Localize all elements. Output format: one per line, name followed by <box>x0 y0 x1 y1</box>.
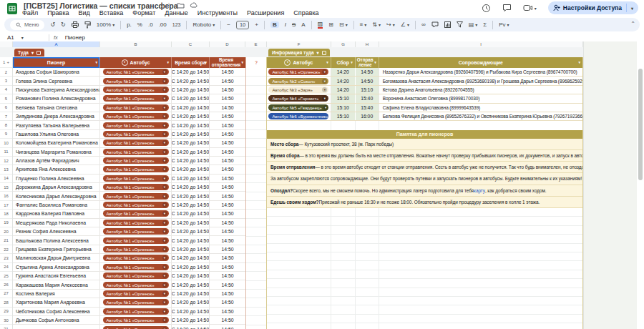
chip-caret-icon[interactable]: ▾ <box>162 167 167 172</box>
bus-cell[interactable]: Автобус №1 «Орленок»▾ <box>100 94 172 102</box>
depart-time-cell[interactable]: 14:50 <box>210 272 245 280</box>
row-number[interactable]: 17 <box>0 201 12 210</box>
gather-time-cell[interactable]: С 14:20 до 14:50 <box>172 308 210 315</box>
bus-dropdown-chip[interactable]: Автобус №1 «Орленок»▾ <box>103 175 169 182</box>
pioneer-name-cell[interactable]: Башлыкова Полина Алексеевна <box>13 236 100 244</box>
bus-dropdown-chip[interactable]: Автобус №1 «Орленок»▾ <box>268 69 328 75</box>
bus-cell[interactable]: Автобус №1 «Орленок»▾ <box>100 112 172 120</box>
bus-cell[interactable]: Автобус №1 «Орленок»▾ <box>100 130 172 138</box>
row-number[interactable]: 9 <box>0 130 12 139</box>
depart-time-cell[interactable]: 14:50 <box>210 157 245 164</box>
depart-time-cell[interactable]: 14:50 <box>210 183 245 191</box>
depart-time-cell[interactable]: 14:50 <box>210 94 245 102</box>
extensions-button[interactable]: Pv▾ <box>499 21 509 28</box>
chip-caret-icon[interactable]: ▾ <box>162 69 167 74</box>
column-header-B[interactable]: B <box>100 41 172 47</box>
bus-cell[interactable]: Автобус №1 «Орленок»▾ <box>100 77 172 84</box>
menu-item[interactable]: Вставка <box>99 9 123 16</box>
bus-cell[interactable]: Автобус №1 «Орленок»▾ <box>100 254 172 262</box>
row-number[interactable]: 22 <box>0 245 12 254</box>
bus-cell[interactable]: Автобус №1 «Орленок»▾ <box>100 86 172 94</box>
depart-time-cell[interactable]: 14:50 <box>210 236 245 244</box>
chip-caret-icon[interactable]: ▾ <box>162 247 167 252</box>
pioneer-name-cell[interactable]: Малиновская Дарья Дмитриевна <box>13 254 100 262</box>
gather-time-cell[interactable]: С 14:20 до 14:50 <box>172 68 210 76</box>
bus-dropdown-chip[interactable]: Автобус №1 «Орленок»▾ <box>103 210 169 217</box>
bus-dropdown-chip[interactable]: Автобус №1 «Орленок»▾ <box>103 255 169 261</box>
merge-cells-button[interactable]: ⊟▾ <box>339 21 348 28</box>
chip-caret-icon[interactable]: ▾ <box>162 185 167 190</box>
bus-cell[interactable]: Автобус №1 «Орленок»▾ <box>100 290 172 298</box>
bus-dropdown-chip[interactable]: Автобус №1 «Орленок»▾ <box>103 317 169 323</box>
pioneer-name-cell[interactable]: Резник София Алексеевна <box>13 227 100 235</box>
table-copy-icon[interactable] <box>322 51 326 55</box>
gather-time-cell[interactable]: С 14:20 до 14:50 <box>172 236 210 244</box>
bus-dropdown-chip[interactable]: Автобус №1 «Орленок»▾ <box>103 272 169 279</box>
chip-caret-icon[interactable]: ▾ <box>322 87 327 92</box>
chip-caret-icon[interactable]: ▾ <box>162 291 167 296</box>
depart-time-cell[interactable]: 14:50 <box>210 112 245 120</box>
gather-time-cell[interactable]: С 14:20 до 14:50 <box>172 290 210 298</box>
chip-caret-icon[interactable]: ▾ <box>162 300 167 305</box>
gather-time-cell[interactable]: С 14:20 до 14:50 <box>172 245 210 253</box>
bus-dropdown-chip[interactable]: Автобус №1 «Орленок»▾ <box>103 104 169 111</box>
gather-time-cell[interactable]: С 14:20 до 14:50 <box>172 165 210 173</box>
text-rotate-button[interactable]: ∠▾ <box>401 21 409 28</box>
bus-dropdown-chip[interactable]: Автобус №1 «Орленок»▾ <box>103 299 169 305</box>
row-number[interactable]: 8 <box>0 121 12 129</box>
gather-time-cell[interactable]: С 14:20 до 14:50 <box>172 263 210 271</box>
gather-time-cell[interactable]: С 14:20 до 14:50 <box>172 227 210 235</box>
depart-time-cell[interactable]: 14:50 <box>210 280 245 288</box>
pioneer-name-cell[interactable]: Дьячкова Софья Антоновна <box>13 316 100 324</box>
row-number[interactable]: 25 <box>0 272 12 280</box>
header-pioneer[interactable]: Пионер▾ <box>13 57 100 68</box>
pioneer-name-cell[interactable]: Мещерякова Рада Николаевна <box>13 219 100 227</box>
row-number[interactable]: 5 <box>0 94 12 103</box>
pioneer-name-cell[interactable]: Разгуляева Татьяна Валерьевна <box>13 121 100 129</box>
gather-time-cell[interactable]: С 14:20 до 14:50 <box>172 94 210 102</box>
strikethrough-button[interactable]: S <box>292 21 296 28</box>
gather-time-cell[interactable]: С 14:20 до 14:50 <box>172 139 210 147</box>
menu-item[interactable]: Инструменты <box>197 9 238 16</box>
functions-button[interactable]: Σ <box>483 21 487 28</box>
gather-time-cell[interactable]: С 14:20 до 14:50 <box>172 112 210 120</box>
font-select[interactable]: Roboto▾ <box>192 21 215 28</box>
chip-caret-icon[interactable]: ▾ <box>162 255 167 260</box>
bus-cell[interactable]: Автобус №1 «Орленок»▾ <box>100 183 172 191</box>
depart-time-cell[interactable]: 14:50 <box>210 254 245 262</box>
depart-time-cell[interactable]: 14:50 <box>210 139 245 147</box>
gather-time-cell[interactable]: С 14:20 до 14:50 <box>172 157 210 164</box>
chip-caret-icon[interactable]: ▾ <box>322 69 327 74</box>
bus-dropdown-chip[interactable]: Автобус №1 «Орленок»▾ <box>103 87 169 93</box>
chip-caret-icon[interactable]: ▾ <box>162 194 167 199</box>
bus-dropdown-chip[interactable]: Автобус №1 «Орленок»▾ <box>103 149 169 155</box>
gather-time-cell[interactable]: С 14:20 до 14:50 <box>172 280 210 288</box>
header-depart-time[interactable]: Время отправления▾ <box>210 57 245 68</box>
bus-dropdown-chip[interactable]: Автобус №1 «Орленок»▾ <box>103 95 169 102</box>
bus-cell[interactable]: Автобус №1 «Орленок»▾ <box>100 157 172 164</box>
chip-caret-icon[interactable]: ▾ <box>162 211 167 216</box>
table-chip-tuda[interactable]: Туда ▾ <box>14 49 44 57</box>
decrease-decimals-button[interactable]: .0 <box>148 21 153 28</box>
depart-cell[interactable]: 15:10 <box>356 86 379 94</box>
escorts-cell[interactable]: Сафина Елена Владиславовна (89999643539) <box>379 104 582 112</box>
bus-cell[interactable]: Автобус №1 «Орленок»▾ <box>100 219 172 227</box>
gather-time-cell[interactable]: С 14:20 до 14:50 <box>172 77 210 84</box>
bus-dropdown-chip[interactable]: Автобус №1 «Орленок»▾ <box>103 237 169 244</box>
header-info-gather[interactable]: Сбор▾ <box>331 57 356 68</box>
column-header-I[interactable]: I <box>379 41 583 47</box>
chip-caret-icon[interactable]: ▾ <box>162 309 167 314</box>
menu-item[interactable]: Формат <box>132 9 155 16</box>
gather-time-cell[interactable]: С 14:20 до 14:50 <box>172 104 210 112</box>
gather-time-cell[interactable]: С 14:20 до 14:50 <box>172 86 210 94</box>
bus-cell[interactable]: Автобус №1 «Орленок»▾ <box>100 280 172 288</box>
bus-cell[interactable]: Автобус №1 «Орленок»▾ <box>100 139 172 147</box>
bus-dropdown-chip[interactable]: Автобус №1 «Орленок»▾ <box>103 193 169 200</box>
row-number[interactable]: 14 <box>0 175 12 183</box>
chip-caret-icon[interactable]: ▾ <box>162 229 167 234</box>
column-header-A[interactable]: A <box>13 41 100 47</box>
escorts-cell[interactable]: Воронина Анастасия Олеговна (89998170030… <box>379 94 582 102</box>
version-history-icon[interactable] <box>482 4 491 13</box>
chip-caret-icon[interactable]: ▾ <box>162 202 167 207</box>
depart-time-cell[interactable]: 14:50 <box>210 192 245 200</box>
